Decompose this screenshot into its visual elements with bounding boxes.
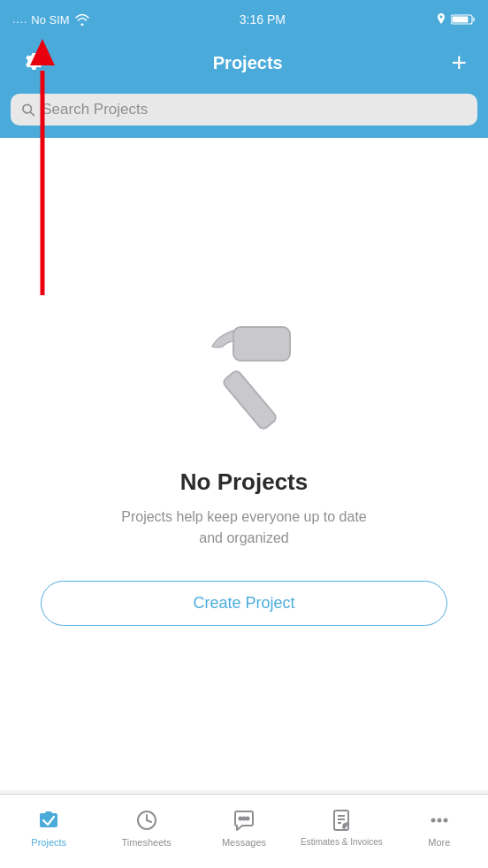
create-project-button[interactable]: Create Project bbox=[41, 581, 447, 626]
tab-projects-label: Projects bbox=[31, 837, 66, 848]
no-projects-subtitle: Projects help keep everyone up to datean… bbox=[121, 506, 367, 549]
svg-line-11 bbox=[147, 820, 151, 822]
wifi-icon bbox=[75, 14, 89, 26]
svg-rect-3 bbox=[473, 18, 475, 22]
search-input-wrap bbox=[11, 94, 477, 126]
messages-tab-icon bbox=[231, 807, 257, 834]
status-bar: .... No SIM 3:16 PM bbox=[0, 0, 488, 39]
svg-rect-7 bbox=[222, 369, 278, 430]
tab-timesheets-label: Timesheets bbox=[121, 837, 171, 848]
svg-point-14 bbox=[247, 817, 249, 819]
status-time: 3:16 PM bbox=[240, 12, 286, 27]
tab-estimates-label: Estimates & Invoices bbox=[301, 837, 383, 847]
battery-icon bbox=[451, 13, 476, 26]
carrier-label: No SIM bbox=[31, 13, 69, 27]
no-projects-title: No Projects bbox=[180, 468, 309, 496]
tab-bar: Projects Timesheets Messages bbox=[0, 794, 488, 868]
page-title: Projects bbox=[213, 53, 283, 73]
status-left: .... No SIM bbox=[12, 13, 89, 27]
svg-point-12 bbox=[240, 817, 242, 819]
tab-messages-label: Messages bbox=[222, 837, 266, 848]
tab-timesheets[interactable]: Timesheets bbox=[97, 807, 194, 848]
settings-button[interactable] bbox=[14, 46, 51, 80]
search-bar-container bbox=[0, 87, 488, 138]
search-icon bbox=[21, 103, 34, 117]
add-project-button[interactable]: + bbox=[444, 46, 474, 80]
nav-bar: Projects + bbox=[0, 39, 488, 87]
projects-tab-icon bbox=[35, 807, 62, 834]
svg-point-13 bbox=[243, 817, 246, 819]
svg-line-6 bbox=[30, 112, 34, 116]
tab-projects[interactable]: Projects bbox=[0, 807, 97, 848]
main-content: No Projects Projects help keep everyone … bbox=[0, 138, 488, 790]
more-tab-icon bbox=[426, 807, 453, 834]
status-right bbox=[436, 13, 476, 26]
hammer-icon bbox=[173, 302, 315, 447]
estimates-tab-icon bbox=[328, 807, 355, 834]
svg-point-21 bbox=[443, 818, 447, 822]
svg-rect-4 bbox=[452, 17, 468, 23]
location-icon bbox=[436, 13, 446, 26]
tab-estimates[interactable]: Estimates & Invoices bbox=[293, 807, 390, 847]
gear-icon bbox=[21, 49, 44, 72]
tab-messages[interactable]: Messages bbox=[195, 807, 293, 848]
tab-more[interactable]: More bbox=[391, 807, 488, 848]
tab-more-label: More bbox=[428, 837, 450, 848]
search-input[interactable] bbox=[42, 101, 467, 118]
svg-point-20 bbox=[437, 818, 441, 822]
svg-point-19 bbox=[431, 818, 435, 822]
signal-strength: .... bbox=[12, 13, 27, 26]
timesheets-tab-icon bbox=[133, 807, 160, 834]
svg-rect-8 bbox=[233, 327, 290, 361]
